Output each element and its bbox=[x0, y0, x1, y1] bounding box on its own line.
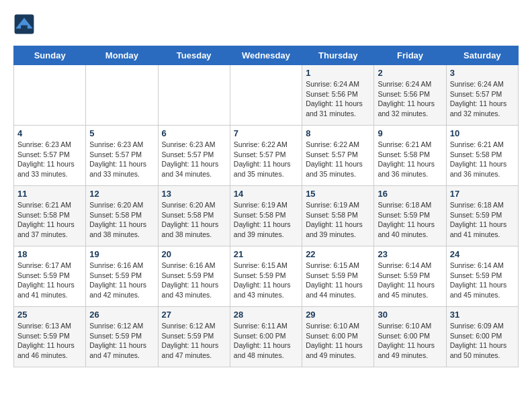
day-info: Sunrise: 6:21 AMSunset: 5:58 PMDaylight:… bbox=[450, 140, 515, 179]
day-info: Sunrise: 6:18 AMSunset: 5:59 PMDaylight:… bbox=[450, 200, 515, 240]
calendar-cell: 28Sunrise: 6:11 AMSunset: 6:00 PMDayligh… bbox=[230, 307, 302, 367]
calendar-cell: 18Sunrise: 6:17 AMSunset: 5:59 PMDayligh… bbox=[14, 246, 86, 307]
calendar-cell: 16Sunrise: 6:18 AMSunset: 5:59 PMDayligh… bbox=[374, 186, 446, 246]
calendar-cell: 17Sunrise: 6:18 AMSunset: 5:59 PMDayligh… bbox=[446, 186, 518, 246]
day-info: Sunrise: 6:24 AMSunset: 5:56 PMDaylight:… bbox=[378, 79, 442, 119]
weekday-header-tuesday: Tuesday bbox=[158, 46, 230, 65]
day-number: 25 bbox=[17, 310, 82, 320]
day-number: 28 bbox=[234, 310, 298, 320]
calendar-cell bbox=[14, 65, 86, 126]
day-number: 20 bbox=[162, 249, 226, 259]
day-number: 21 bbox=[234, 249, 298, 259]
day-number: 17 bbox=[450, 189, 515, 199]
day-info: Sunrise: 6:24 AMSunset: 5:57 PMDaylight:… bbox=[450, 79, 515, 119]
weekday-header-wednesday: Wednesday bbox=[230, 46, 302, 65]
day-info: Sunrise: 6:23 AMSunset: 5:57 PMDaylight:… bbox=[162, 140, 226, 179]
day-number: 30 bbox=[378, 310, 442, 320]
calendar-cell: 26Sunrise: 6:12 AMSunset: 5:59 PMDayligh… bbox=[86, 307, 158, 367]
weekday-header-row: SundayMondayTuesdayWednesdayThursdayFrid… bbox=[14, 46, 519, 65]
calendar-week-3: 11Sunrise: 6:21 AMSunset: 5:58 PMDayligh… bbox=[14, 186, 519, 246]
day-number: 18 bbox=[17, 249, 82, 259]
day-info: Sunrise: 6:13 AMSunset: 5:59 PMDaylight:… bbox=[17, 321, 82, 361]
calendar-cell: 8Sunrise: 6:22 AMSunset: 5:57 PMDaylight… bbox=[302, 126, 374, 186]
calendar-cell: 25Sunrise: 6:13 AMSunset: 5:59 PMDayligh… bbox=[14, 307, 86, 367]
calendar-cell bbox=[158, 65, 230, 126]
day-info: Sunrise: 6:16 AMSunset: 5:59 PMDaylight:… bbox=[162, 261, 226, 300]
calendar-cell: 20Sunrise: 6:16 AMSunset: 5:59 PMDayligh… bbox=[158, 246, 230, 307]
day-info: Sunrise: 6:18 AMSunset: 5:59 PMDaylight:… bbox=[378, 200, 442, 240]
calendar-cell: 15Sunrise: 6:19 AMSunset: 5:58 PMDayligh… bbox=[302, 186, 374, 246]
day-number: 12 bbox=[89, 189, 154, 199]
day-number: 14 bbox=[234, 189, 298, 199]
day-info: Sunrise: 6:14 AMSunset: 5:59 PMDaylight:… bbox=[378, 261, 442, 300]
day-info: Sunrise: 6:15 AMSunset: 5:59 PMDaylight:… bbox=[234, 261, 298, 300]
calendar-week-4: 18Sunrise: 6:17 AMSunset: 5:59 PMDayligh… bbox=[14, 246, 519, 307]
calendar-cell: 13Sunrise: 6:20 AMSunset: 5:58 PMDayligh… bbox=[158, 186, 230, 246]
day-info: Sunrise: 6:22 AMSunset: 5:57 PMDaylight:… bbox=[306, 140, 370, 179]
day-number: 29 bbox=[306, 310, 370, 320]
day-number: 3 bbox=[450, 68, 515, 78]
calendar-week-5: 25Sunrise: 6:13 AMSunset: 5:59 PMDayligh… bbox=[14, 307, 519, 367]
calendar-cell: 19Sunrise: 6:16 AMSunset: 5:59 PMDayligh… bbox=[86, 246, 158, 307]
weekday-header-saturday: Saturday bbox=[446, 46, 518, 65]
logo-icon bbox=[13, 13, 35, 35]
day-number: 5 bbox=[89, 128, 154, 138]
calendar-cell: 21Sunrise: 6:15 AMSunset: 5:59 PMDayligh… bbox=[230, 246, 302, 307]
weekday-header-thursday: Thursday bbox=[302, 46, 374, 65]
day-number: 13 bbox=[162, 189, 226, 199]
day-info: Sunrise: 6:21 AMSunset: 5:58 PMDaylight:… bbox=[17, 200, 82, 240]
day-info: Sunrise: 6:12 AMSunset: 5:59 PMDaylight:… bbox=[89, 321, 154, 361]
day-info: Sunrise: 6:23 AMSunset: 5:57 PMDaylight:… bbox=[17, 140, 82, 179]
calendar-cell: 27Sunrise: 6:12 AMSunset: 5:59 PMDayligh… bbox=[158, 307, 230, 367]
calendar-cell: 9Sunrise: 6:21 AMSunset: 5:58 PMDaylight… bbox=[374, 126, 446, 186]
calendar-cell: 11Sunrise: 6:21 AMSunset: 5:58 PMDayligh… bbox=[14, 186, 86, 246]
calendar-cell: 3Sunrise: 6:24 AMSunset: 5:57 PMDaylight… bbox=[446, 65, 518, 126]
calendar-cell: 24Sunrise: 6:14 AMSunset: 5:59 PMDayligh… bbox=[446, 246, 518, 307]
calendar-cell bbox=[86, 65, 158, 126]
calendar-cell: 7Sunrise: 6:22 AMSunset: 5:57 PMDaylight… bbox=[230, 126, 302, 186]
day-number: 27 bbox=[162, 310, 226, 320]
calendar-cell: 1Sunrise: 6:24 AMSunset: 5:56 PMDaylight… bbox=[302, 65, 374, 126]
calendar-cell: 30Sunrise: 6:10 AMSunset: 6:00 PMDayligh… bbox=[374, 307, 446, 367]
day-info: Sunrise: 6:11 AMSunset: 6:00 PMDaylight:… bbox=[234, 321, 298, 361]
calendar-cell: 5Sunrise: 6:23 AMSunset: 5:57 PMDaylight… bbox=[86, 126, 158, 186]
calendar-table: SundayMondayTuesdayWednesdayThursdayFrid… bbox=[13, 46, 519, 367]
day-number: 22 bbox=[306, 249, 370, 259]
calendar-week-1: 1Sunrise: 6:24 AMSunset: 5:56 PMDaylight… bbox=[14, 65, 519, 126]
logo bbox=[13, 13, 38, 35]
weekday-header-monday: Monday bbox=[86, 46, 158, 65]
day-number: 24 bbox=[450, 249, 515, 259]
day-info: Sunrise: 6:22 AMSunset: 5:57 PMDaylight:… bbox=[234, 140, 298, 179]
day-number: 2 bbox=[378, 68, 442, 78]
day-number: 1 bbox=[306, 68, 370, 78]
day-number: 16 bbox=[378, 189, 442, 199]
calendar-cell: 4Sunrise: 6:23 AMSunset: 5:57 PMDaylight… bbox=[14, 126, 86, 186]
day-number: 26 bbox=[89, 310, 154, 320]
day-number: 19 bbox=[89, 249, 154, 259]
calendar-cell: 2Sunrise: 6:24 AMSunset: 5:56 PMDaylight… bbox=[374, 65, 446, 126]
calendar-cell: 12Sunrise: 6:20 AMSunset: 5:58 PMDayligh… bbox=[86, 186, 158, 246]
calendar-cell bbox=[230, 65, 302, 126]
day-number: 9 bbox=[378, 128, 442, 138]
calendar-cell: 31Sunrise: 6:09 AMSunset: 6:00 PMDayligh… bbox=[446, 307, 518, 367]
day-info: Sunrise: 6:21 AMSunset: 5:58 PMDaylight:… bbox=[378, 140, 442, 179]
calendar-cell: 14Sunrise: 6:19 AMSunset: 5:58 PMDayligh… bbox=[230, 186, 302, 246]
day-number: 4 bbox=[17, 128, 82, 138]
day-number: 7 bbox=[234, 128, 298, 138]
calendar-cell: 22Sunrise: 6:15 AMSunset: 5:59 PMDayligh… bbox=[302, 246, 374, 307]
day-info: Sunrise: 6:19 AMSunset: 5:58 PMDaylight:… bbox=[234, 200, 298, 240]
calendar-cell: 29Sunrise: 6:10 AMSunset: 6:00 PMDayligh… bbox=[302, 307, 374, 367]
page-header bbox=[13, 13, 519, 35]
day-info: Sunrise: 6:20 AMSunset: 5:58 PMDaylight:… bbox=[89, 200, 154, 240]
day-number: 11 bbox=[17, 189, 82, 199]
day-number: 31 bbox=[450, 310, 515, 320]
day-info: Sunrise: 6:09 AMSunset: 6:00 PMDaylight:… bbox=[450, 321, 515, 361]
day-info: Sunrise: 6:12 AMSunset: 5:59 PMDaylight:… bbox=[162, 321, 226, 361]
day-info: Sunrise: 6:14 AMSunset: 5:59 PMDaylight:… bbox=[450, 261, 515, 300]
weekday-header-sunday: Sunday bbox=[14, 46, 86, 65]
calendar-cell: 10Sunrise: 6:21 AMSunset: 5:58 PMDayligh… bbox=[446, 126, 518, 186]
weekday-header-friday: Friday bbox=[374, 46, 446, 65]
day-info: Sunrise: 6:15 AMSunset: 5:59 PMDaylight:… bbox=[306, 261, 370, 300]
day-info: Sunrise: 6:17 AMSunset: 5:59 PMDaylight:… bbox=[17, 261, 82, 300]
day-info: Sunrise: 6:10 AMSunset: 6:00 PMDaylight:… bbox=[378, 321, 442, 361]
